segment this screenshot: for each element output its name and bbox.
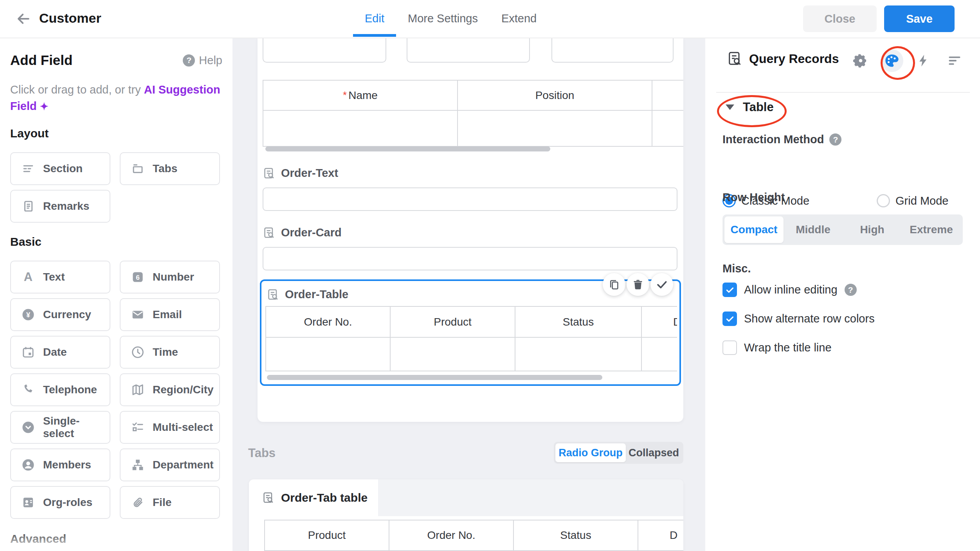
checkbox-wrap-title-line[interactable] (722, 340, 737, 355)
add-field-panel: Add Field ? Help Click or drag to add, o… (0, 38, 232, 551)
field-button-org-roles[interactable]: Org-roles (10, 486, 110, 519)
order-table[interactable]: Order No. Product Status D (265, 306, 677, 371)
order-table-col: Status (515, 307, 642, 338)
contact-table[interactable]: *Name Position (263, 80, 683, 147)
add-field-hint: Click or drag to add, or try AI Suggesti… (10, 81, 222, 115)
order-text-field-label[interactable]: Order-Text (263, 167, 338, 180)
field-button-region-city[interactable]: Region/City (120, 373, 220, 406)
layout-field-grid: Section Tabs Remarks (10, 152, 222, 223)
help-link[interactable]: ? Help (183, 54, 222, 67)
field-button-email[interactable]: Email (120, 298, 220, 331)
field-button-number[interactable]: 6 Number (120, 261, 220, 294)
text-icon: A (21, 270, 35, 284)
style-settings-button-active[interactable] (881, 49, 903, 72)
field-button-date[interactable]: Date (10, 336, 110, 369)
lightning-icon (916, 54, 930, 68)
row-height-heading: Row Height (722, 191, 785, 204)
clipped-input-1[interactable] (263, 38, 386, 63)
tab-more-settings[interactable]: More Settings (396, 0, 490, 37)
field-button-remarks[interactable]: Remarks (10, 190, 110, 223)
row-height-compact[interactable]: Compact (724, 216, 784, 243)
alternate-row-colors-label[interactable]: Show alternate row colors (744, 312, 875, 325)
map-icon (131, 383, 145, 397)
table-section-toggle[interactable]: Table (726, 100, 774, 114)
field-button-department[interactable]: Department (120, 448, 220, 481)
order-card-field-label[interactable]: Order-Card (263, 226, 342, 239)
checkbox-allow-inline-editing[interactable] (722, 283, 737, 297)
order-table-field-selected[interactable]: Order-Table Order No. Product Status D (260, 279, 681, 386)
help-icon[interactable]: ? (829, 133, 841, 146)
row-height-middle[interactable]: Middle (784, 216, 843, 243)
field-button-currency[interactable]: ¥ Currency (10, 298, 110, 331)
field-settings-button[interactable] (849, 49, 872, 72)
field-button-time[interactable]: Time (120, 336, 220, 369)
remarks-icon (21, 199, 35, 213)
field-button-telephone[interactable]: Telephone (10, 373, 110, 406)
help-icon: ? (183, 54, 195, 67)
help-icon[interactable]: ? (845, 284, 857, 296)
check-icon (656, 278, 668, 291)
order-table-field-label[interactable]: Order-Table (267, 288, 348, 301)
person-icon (21, 458, 35, 472)
tabs-style-switch: Radio Group Collapsed (554, 442, 683, 464)
table-section-title: Table (743, 100, 774, 114)
telephone-icon (21, 383, 35, 397)
order-text-input[interactable] (263, 187, 677, 211)
order-tab-table[interactable]: Product Order No. Status D (264, 520, 683, 551)
query-doc-icon (262, 492, 275, 504)
field-button-multi-select[interactable]: Multi-select (120, 411, 220, 444)
field-button-members[interactable]: Members (10, 448, 110, 481)
row-height-extreme[interactable]: Extreme (902, 216, 961, 243)
number-icon: 6 (131, 270, 145, 284)
row-height-high[interactable]: High (843, 216, 902, 243)
close-button[interactable]: Close (803, 5, 877, 32)
alternate-row-colors-row: Show alternate row colors (722, 312, 875, 326)
single-select-icon (21, 420, 35, 434)
order-table-col: D (642, 307, 677, 338)
settings-panel-title: Query Records (749, 52, 839, 66)
query-doc-icon (263, 227, 276, 239)
tab-extend[interactable]: Extend (490, 0, 548, 37)
segment-radio-group[interactable]: Radio Group (555, 443, 626, 462)
field-button-file[interactable]: File (120, 486, 220, 519)
tab-edit[interactable]: Edit (353, 0, 396, 37)
segment-collapsed[interactable]: Collapsed (626, 443, 682, 462)
contact-cell (652, 111, 683, 146)
sparkle-icon: ✦ (40, 101, 49, 112)
panel-divider (716, 92, 970, 93)
badge-icon (21, 495, 35, 510)
field-button-section[interactable]: Section (10, 152, 110, 185)
clipped-input-3[interactable] (551, 38, 674, 63)
field-button-tabs[interactable]: Tabs (120, 152, 220, 185)
radio-grid-mode[interactable] (877, 194, 890, 207)
checkbox-alternate-row-colors[interactable] (722, 312, 737, 326)
copy-button[interactable] (603, 273, 625, 296)
field-button-text[interactable]: A Text (10, 261, 110, 294)
contact-hscrollbar[interactable] (265, 146, 550, 151)
tabs-component-label: Tabs (248, 446, 276, 460)
save-button[interactable]: Save (884, 5, 955, 32)
clipped-input-2[interactable] (407, 38, 530, 63)
interaction-method-heading: Interaction Method ? (722, 133, 841, 146)
email-icon (131, 308, 145, 322)
order-table-col: Order No. (266, 307, 391, 338)
order-tab-col: Product (265, 520, 389, 551)
delete-button[interactable] (627, 273, 649, 296)
query-doc-icon (727, 51, 743, 67)
contact-cell (263, 111, 458, 146)
back-button[interactable] (15, 10, 32, 27)
order-table-hscrollbar[interactable] (267, 375, 602, 380)
misc-heading: Misc. (722, 262, 751, 275)
contact-cell (458, 111, 652, 146)
order-card-input[interactable] (263, 247, 677, 270)
query-doc-icon (267, 288, 279, 301)
tab-order-tab-table[interactable]: Order-Tab table (249, 479, 378, 516)
wrap-title-line-label[interactable]: Wrap the title line (744, 341, 832, 354)
allow-inline-editing-label[interactable]: Allow inline editing (744, 283, 838, 296)
confirm-button[interactable] (650, 273, 673, 296)
field-button-single-select[interactable]: Single-select (10, 411, 110, 444)
radio-grid-label[interactable]: Grid Mode (895, 194, 948, 207)
sort-fields-button[interactable] (943, 49, 966, 72)
events-button[interactable] (912, 49, 935, 72)
page-title: Customer (39, 11, 101, 26)
